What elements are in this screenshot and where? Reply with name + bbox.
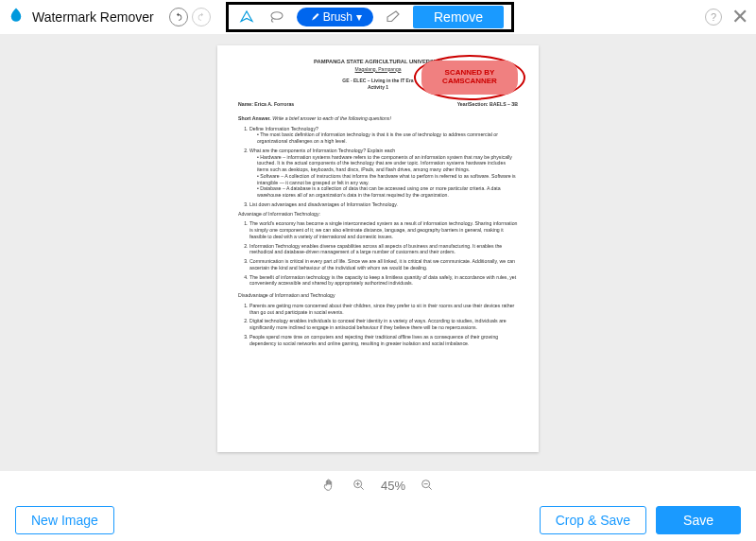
titlebar: Watermark Remover Brush ▾ Remove ? ✕ <box>0 0 756 34</box>
brush-label: Brush <box>323 10 352 24</box>
window-controls: ? ✕ <box>705 5 748 29</box>
bottom-bar: New Image Crop & Save Save <box>0 499 756 541</box>
undo-button[interactable] <box>169 8 188 26</box>
zoom-out-icon[interactable] <box>419 477 436 494</box>
document-page: SCANNED BY CAMSCANNER PAMPANGA STATE AGR… <box>217 45 539 452</box>
canvas-area[interactable]: SCANNED BY CAMSCANNER PAMPANGA STATE AGR… <box>0 34 756 471</box>
doc-disadvantages: Parents are getting more concerned about… <box>249 303 518 347</box>
zoom-bar: 45% <box>0 471 756 499</box>
zoom-level: 45% <box>381 479 405 493</box>
app-title: Watermark Remover <box>32 9 154 25</box>
polygon-select-icon[interactable] <box>236 7 257 27</box>
watermark-selection[interactable]: SCANNED BY CAMSCANNER <box>418 59 522 96</box>
brush-tool-button[interactable]: Brush ▾ <box>297 8 373 26</box>
chevron-down-icon: ▾ <box>356 10 362 24</box>
lasso-select-icon[interactable] <box>266 7 287 27</box>
close-icon[interactable]: ✕ <box>731 5 748 29</box>
eraser-icon[interactable] <box>383 7 404 27</box>
toolbox: Brush ▾ Remove <box>226 2 515 32</box>
help-icon[interactable]: ? <box>705 9 722 26</box>
new-image-button[interactable]: New Image <box>15 506 114 534</box>
hand-pan-icon[interactable] <box>320 477 337 494</box>
zoom-in-icon[interactable] <box>351 477 368 494</box>
app-logo-icon <box>8 7 25 28</box>
redo-button[interactable] <box>192 8 211 26</box>
doc-questions: Define Information Technology? • The mos… <box>249 126 518 218</box>
remove-button[interactable]: Remove <box>413 6 504 28</box>
history-controls <box>169 8 211 26</box>
doc-advantages: The world's economy has become a single … <box>249 220 518 287</box>
save-button[interactable]: Save <box>656 506 741 534</box>
crop-save-button[interactable]: Crop & Save <box>540 506 646 534</box>
svg-point-0 <box>271 12 283 20</box>
